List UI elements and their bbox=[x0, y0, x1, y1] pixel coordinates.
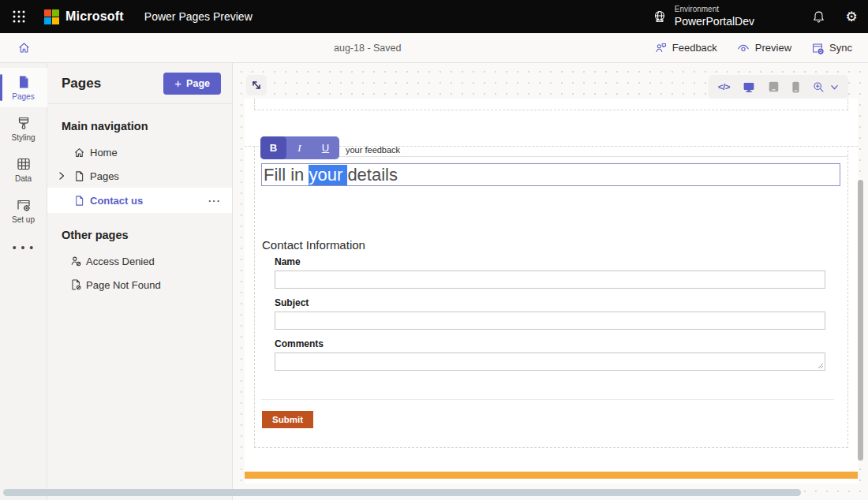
environment-picker[interactable]: Environment PowerPortalDev bbox=[652, 5, 754, 28]
italic-button[interactable]: I bbox=[286, 136, 312, 159]
nav-item-page-not-found[interactable]: Page Not Found bbox=[47, 273, 232, 297]
add-page-button[interactable]: + Page bbox=[163, 73, 221, 95]
zoom-in-icon bbox=[812, 80, 825, 94]
rail-item-pages[interactable]: Pages bbox=[0, 68, 47, 107]
home-page-icon bbox=[73, 147, 85, 159]
rail-item-setup[interactable]: Set up bbox=[0, 191, 47, 230]
selected-indicator bbox=[0, 74, 2, 101]
preview-eye-icon bbox=[736, 41, 750, 55]
nav-item-pages[interactable]: Pages bbox=[47, 164, 232, 188]
waffle-grid-icon bbox=[13, 10, 25, 23]
home-button[interactable] bbox=[8, 33, 39, 63]
other-pages-heading: Other pages bbox=[47, 213, 232, 249]
page-document-icon bbox=[73, 195, 85, 207]
bold-button[interactable]: B bbox=[260, 136, 286, 159]
chevron-down-icon bbox=[830, 83, 839, 91]
bell-icon bbox=[812, 10, 825, 24]
comments-input[interactable] bbox=[275, 353, 825, 371]
rail-pages-label: Pages bbox=[12, 92, 34, 101]
nav-item-access-denied[interactable]: Access Denied bbox=[47, 249, 232, 273]
device-preview-toolbar: </> bbox=[709, 75, 848, 99]
sync-label: Sync bbox=[829, 42, 852, 54]
command-bar-actions: Feedback Preview bbox=[648, 37, 868, 59]
data-table-icon bbox=[16, 156, 32, 172]
subject-label: Subject bbox=[275, 297, 825, 308]
nav-contact-us-label: Contact us bbox=[90, 195, 143, 207]
environment-globe-icon bbox=[652, 9, 668, 24]
comments-textarea-wrap bbox=[275, 353, 825, 371]
contact-us-more-button[interactable]: ··· bbox=[208, 195, 221, 207]
power-pages-app: Microsoft Power Pages Preview Environmen… bbox=[0, 0, 868, 500]
name-input[interactable] bbox=[275, 271, 825, 289]
topbar-right-group: Environment PowerPortalDev ⚙ bbox=[652, 0, 868, 33]
heading-text-editor[interactable]: Fill in your details bbox=[261, 163, 840, 186]
rich-text-toolbar: B I U bbox=[260, 136, 339, 159]
canvas-vertical-scrollbar[interactable] bbox=[858, 180, 863, 461]
edit-code-button[interactable]: </> bbox=[718, 82, 730, 91]
preview-button[interactable]: Preview bbox=[730, 37, 798, 59]
chevron-right-icon[interactable] bbox=[57, 171, 66, 181]
sync-button[interactable]: Sync bbox=[804, 37, 859, 59]
tablet-icon bbox=[768, 80, 780, 93]
page-document-icon bbox=[73, 170, 85, 182]
site-save-status: aug-18 - Saved bbox=[334, 33, 401, 63]
rail-more-button[interactable]: • • • bbox=[13, 241, 34, 254]
styling-paintbrush-icon bbox=[16, 115, 32, 131]
pages-document-icon bbox=[16, 74, 32, 90]
notifications-button[interactable] bbox=[802, 0, 835, 33]
nav-item-contact-us[interactable]: Contact us ··· bbox=[47, 188, 232, 213]
site-canvas[interactable]: your feedback B I U Fill in your details… bbox=[245, 99, 858, 483]
app-title: Power Pages Preview bbox=[144, 10, 253, 23]
feedback-button[interactable]: Feedback bbox=[648, 37, 724, 58]
sidebar-header: Pages + Page bbox=[47, 63, 232, 104]
expand-canvas-button[interactable] bbox=[246, 75, 267, 95]
home-icon bbox=[17, 41, 31, 54]
underline-button[interactable]: U bbox=[312, 136, 339, 159]
comments-label: Comments bbox=[275, 338, 825, 349]
add-page-label: Page bbox=[186, 78, 210, 89]
microsoft-logo[interactable]: Microsoft bbox=[44, 9, 124, 24]
environment-label: Environment bbox=[675, 5, 754, 15]
pages-sidebar: Pages + Page Main navigation Home bbox=[47, 63, 233, 500]
navigation-rail: Pages Styling bbox=[0, 63, 47, 500]
heading-text-post: details bbox=[347, 165, 398, 185]
rail-item-styling[interactable]: Styling bbox=[0, 109, 47, 148]
microsoft-brand-text: Microsoft bbox=[65, 9, 124, 24]
command-bar: aug-18 - Saved Feedback bbox=[0, 33, 868, 63]
desktop-view-button[interactable] bbox=[742, 80, 756, 94]
form-outline-bottom bbox=[261, 399, 834, 400]
gear-icon: ⚙ bbox=[845, 9, 857, 24]
name-field-group: Name bbox=[275, 256, 825, 289]
access-denied-label: Access Denied bbox=[86, 256, 155, 267]
main-region: Pages Styling bbox=[0, 63, 868, 500]
mobile-view-button[interactable] bbox=[791, 80, 800, 94]
top-app-bar: Microsoft Power Pages Preview Environmen… bbox=[0, 0, 868, 33]
subject-input[interactable] bbox=[275, 312, 825, 330]
zoom-control[interactable] bbox=[812, 80, 839, 94]
rail-item-data[interactable]: Data bbox=[0, 150, 47, 189]
diagonal-resize-icon bbox=[251, 80, 262, 91]
window-horizontal-scrollbar[interactable] bbox=[3, 489, 801, 496]
tablet-view-button[interactable] bbox=[768, 80, 780, 93]
nav-item-home[interactable]: Home bbox=[47, 140, 232, 164]
feedback-label: Feedback bbox=[672, 42, 717, 54]
page-not-found-label: Page Not Found bbox=[86, 279, 161, 291]
desktop-monitor-icon bbox=[742, 80, 756, 94]
environment-name: PowerPortalDev bbox=[675, 15, 754, 29]
person-blocked-icon bbox=[69, 255, 82, 267]
setup-browser-gear-icon bbox=[16, 197, 32, 213]
rail-setup-label: Set up bbox=[12, 215, 35, 224]
settings-button[interactable]: ⚙ bbox=[835, 0, 868, 33]
main-navigation-heading: Main navigation bbox=[47, 104, 232, 140]
submit-button[interactable]: Submit bbox=[262, 411, 313, 428]
sync-icon bbox=[810, 41, 825, 55]
app-launcher-waffle-icon[interactable] bbox=[0, 0, 38, 33]
paragraph-text: your feedback bbox=[346, 145, 400, 155]
form-section-title: Contact Information bbox=[262, 238, 365, 252]
subject-field-group: Subject bbox=[275, 297, 825, 330]
section-outline-top bbox=[254, 99, 848, 110]
name-label: Name bbox=[275, 256, 825, 267]
microsoft-squares-icon bbox=[44, 9, 59, 24]
textarea-resize-handle[interactable] bbox=[817, 363, 824, 369]
nav-pages-label: Pages bbox=[90, 170, 119, 182]
